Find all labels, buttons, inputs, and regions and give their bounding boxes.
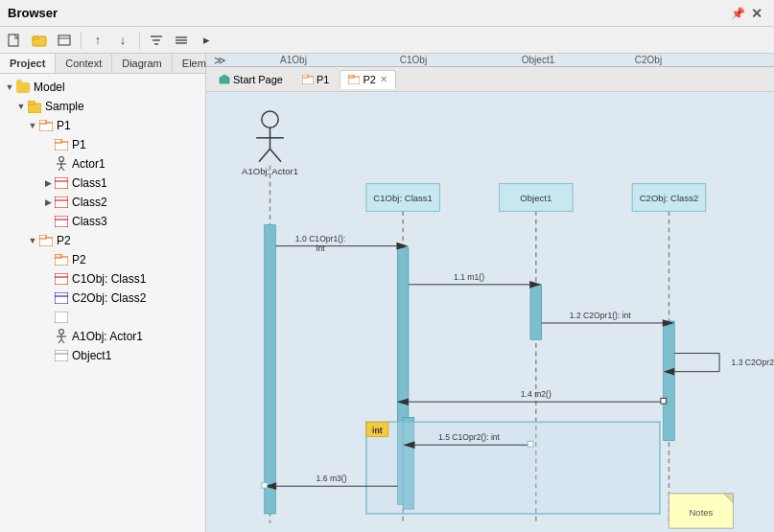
tree-label-c1obj: C1Obj: Class1	[72, 272, 146, 286]
c1obj-header: C1Obj	[351, 55, 476, 65]
svg-rect-32	[55, 273, 68, 285]
tree-label-p2: P2	[57, 234, 71, 247]
expand-button[interactable]: ▸	[196, 30, 217, 51]
expand-p2[interactable]: ▼	[27, 235, 38, 246]
new-button[interactable]	[4, 30, 25, 51]
svg-line-57	[270, 149, 281, 161]
tree-item-c2obj[interactable]: C2Obj: Class2	[0, 289, 205, 308]
svg-rect-31	[55, 254, 61, 258]
p1-tab-label: P1	[317, 74, 329, 85]
tab-start-page[interactable]: Start Page	[210, 70, 292, 89]
c1obj-icon	[54, 271, 69, 287]
svg-line-40	[59, 339, 61, 343]
svg-rect-84	[661, 398, 667, 404]
svg-rect-61	[265, 225, 275, 514]
tree-item-object1[interactable]: Object1	[0, 346, 205, 365]
diagram-button[interactable]	[54, 30, 75, 51]
tree-item-p1-child[interactable]: P1	[0, 135, 205, 154]
filter-button[interactable]	[146, 30, 167, 51]
svg-marker-44	[220, 75, 229, 83]
svg-rect-2	[33, 36, 38, 39]
pin-icon[interactable]: 📌	[731, 7, 745, 20]
menu-button[interactable]	[171, 30, 192, 51]
main-layout: Project Context Diagram Element ▼ Model …	[0, 54, 774, 532]
tree-item-class2[interactable]: ▶ Class2	[0, 193, 205, 212]
tree-item-p1[interactable]: ▼ P1	[0, 116, 205, 135]
seq-p2-icon	[38, 233, 54, 248]
expand-class2[interactable]: ▶	[42, 197, 54, 208]
left-panel: Project Context Diagram Element ▼ Model …	[0, 54, 206, 532]
expand-sample[interactable]: ▼	[15, 101, 27, 112]
svg-rect-29	[39, 235, 46, 239]
svg-rect-26	[55, 216, 68, 227]
tree-item-sample[interactable]: ▼ Sample	[0, 97, 205, 116]
svg-text:1.1 m1(): 1.1 m1()	[454, 272, 484, 282]
svg-rect-48	[348, 75, 354, 78]
tree-item-c1obj[interactable]: C1Obj: Class1	[0, 269, 205, 289]
down-button[interactable]: ↓	[112, 30, 133, 51]
actor1-icon	[54, 156, 69, 172]
obj1-header: Object1	[476, 55, 600, 65]
svg-rect-91	[528, 441, 533, 447]
expand-model[interactable]: ▼	[4, 81, 15, 93]
svg-point-17	[59, 157, 64, 162]
a1obj-icon	[54, 329, 69, 344]
tree-item-actor1[interactable]: Actor1	[0, 154, 205, 173]
tree-item-class1[interactable]: ▶ Class1	[0, 173, 205, 193]
class2-icon	[54, 195, 69, 210]
tree-item-class3[interactable]: Class3	[0, 212, 205, 231]
expand-class1[interactable]: ▶	[42, 177, 54, 189]
open-button[interactable]	[29, 30, 50, 51]
tab-bar: Project Context Diagram Element	[0, 54, 205, 74]
notes-label: Notes	[689, 507, 713, 518]
canvas[interactable]: A1Obj: Actor1 C1Obj: Class1 Object1 C2Ob…	[206, 92, 774, 532]
up-button[interactable]: ↑	[87, 30, 108, 51]
folder-icon	[15, 80, 31, 95]
tree-label-p2-child: P2	[72, 253, 86, 266]
tree-item-a1obj[interactable]: A1Obj: Actor1	[0, 327, 205, 346]
svg-rect-24	[55, 197, 68, 208]
tab-p1[interactable]: P1	[293, 70, 338, 89]
tree-item-fragment[interactable]	[0, 308, 205, 327]
sep1	[81, 32, 82, 49]
svg-point-37	[59, 330, 64, 335]
diagram-area: ≫ A1Obj C1Obj Object1 C2Obj Start Page P…	[206, 54, 774, 532]
svg-rect-85	[366, 422, 660, 514]
tab-context[interactable]: Context	[56, 54, 112, 73]
svg-text:1.2 C2Opr1(): int: 1.2 C2Opr1(): int	[570, 311, 632, 320]
svg-point-53	[262, 111, 278, 127]
sequence-diagram-svg: A1Obj: Actor1 C1Obj: Class1 Object1 C2Ob…	[206, 92, 774, 532]
tab-p2[interactable]: P2 ✕	[340, 70, 395, 89]
class3-icon	[54, 214, 69, 229]
tree-label-class1: Class1	[72, 176, 107, 190]
tree-item-p2[interactable]: ▼ P2	[0, 231, 205, 250]
close-icon[interactable]: ✕	[751, 6, 762, 21]
svg-rect-64	[664, 321, 674, 440]
a1obj-label: A1Obj: Actor1	[242, 166, 298, 176]
p2-tab-close[interactable]: ✕	[380, 74, 387, 84]
svg-text:1.6 m3(): 1.6 m3()	[317, 474, 347, 483]
tree-item-p2-child[interactable]: P2	[0, 250, 205, 269]
toolbar: ↑ ↓ ▸	[0, 27, 774, 54]
svg-text:int: int	[372, 426, 383, 435]
tree-label-actor1: Actor1	[72, 157, 106, 171]
c2obj-header: C2Obj	[600, 55, 696, 65]
tree-label-model: Model	[34, 81, 65, 94]
tree-label-object1: Object1	[72, 349, 111, 362]
svg-line-20	[59, 167, 61, 171]
svg-rect-63	[530, 285, 541, 339]
tree-label-a1obj: A1Obj: Actor1	[72, 330, 143, 343]
expand-icon[interactable]: ≫	[214, 54, 226, 67]
tree-item-model[interactable]: ▼ Model	[0, 78, 205, 97]
svg-line-21	[61, 167, 64, 171]
tab-diagram[interactable]: Diagram	[112, 54, 173, 73]
expand-p1[interactable]: ▼	[27, 120, 38, 131]
svg-rect-11	[28, 104, 41, 113]
fragment-icon	[54, 310, 69, 325]
c2obj-box-label: C2Obj: Class2	[640, 193, 699, 203]
tree: ▼ Model ▼ Sample ▼ P1	[0, 74, 205, 532]
tree-label-sample: Sample	[45, 100, 84, 113]
svg-text:int: int	[317, 243, 326, 253]
tab-project[interactable]: Project	[0, 54, 56, 73]
svg-text:1.4 m2(): 1.4 m2()	[521, 389, 551, 399]
